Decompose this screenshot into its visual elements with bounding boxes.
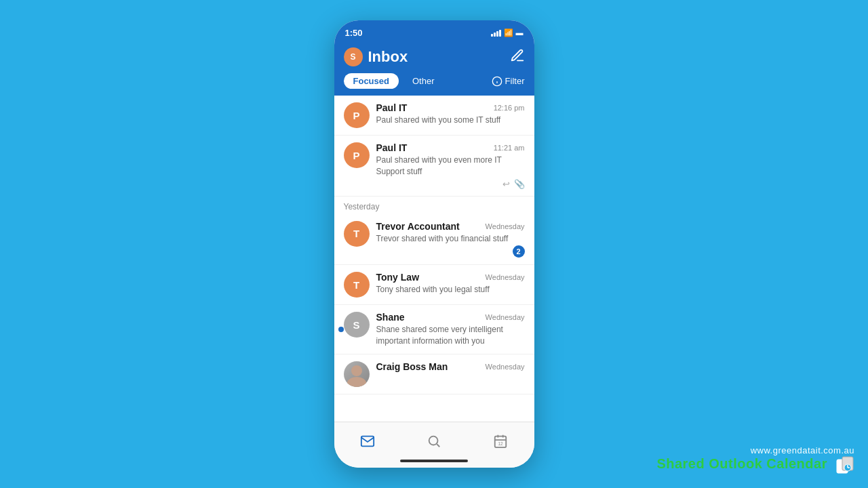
watermark: www.greendatait.com.au Shared Outlook Ca… [656,445,854,474]
email-preview: Shane shared some very intelligent impor… [376,324,525,347]
nav-search[interactable] [427,434,441,449]
phone-container: 1:50 📶 ▬ S Inbox [334,20,534,468]
watermark-url: www.greendatait.com.au [656,445,854,455]
email-badge: 2 [513,245,525,258]
reply-icon: ↩ [502,179,510,189]
email-sender: Trevor Accountant [376,221,460,232]
wifi-icon: 📶 [504,28,513,37]
battery-icon: ▬ [516,28,524,37]
signal-icon [491,28,501,37]
email-content: Shane Wednesday Shane shared some very i… [376,312,525,347]
avatar: P [344,142,370,168]
email-time: Wednesday [486,363,525,371]
email-sender: Shane [376,312,405,323]
email-item[interactable]: S Shane Wednesday Shane shared some very… [334,305,534,354]
email-list: P Paul IT 12:16 pm Paul shared with you … [334,96,534,422]
avatar: S [344,312,370,338]
email-time: 12:16 pm [494,104,525,112]
email-item[interactable]: P Paul IT 11:21 am Paul shared with you … [334,136,534,197]
email-preview: Paul shared with you some IT stuff [376,115,525,126]
email-header-row: Tony Law Wednesday [376,272,525,283]
status-time: 1:50 [345,28,363,38]
svg-point-3 [351,365,362,376]
email-sender: Craig Boss Man [376,361,448,372]
filter-button[interactable]: Filter [492,76,525,87]
avatar: T [344,221,370,247]
email-time: Wednesday [486,313,525,321]
email-footer-row: 2 [376,245,525,258]
email-header-row: Paul IT 11:21 am [376,142,525,153]
avatar: T [344,272,370,298]
page-title: Inbox [368,48,408,66]
status-icons: 📶 ▬ [491,28,524,37]
svg-point-5 [429,436,438,445]
compose-icon[interactable] [510,48,525,66]
email-sender: Tony Law [376,272,420,283]
watermark-icon [835,455,854,474]
inbox-header: S Inbox [334,42,534,73]
email-time: Wednesday [486,273,525,281]
attachment-icon: 📎 [514,179,525,189]
email-time: Wednesday [486,222,525,230]
tab-other[interactable]: Other [403,73,444,89]
email-item[interactable]: Craig Boss Man Wednesday [334,354,534,394]
email-preview: Tony shared with you legal stuff [376,284,525,296]
status-bar: 1:50 📶 ▬ [334,20,534,42]
email-item[interactable]: P Paul IT 12:16 pm Paul shared with you … [334,96,534,136]
nav-mail[interactable] [360,434,375,449]
tab-focused[interactable]: Focused [344,73,399,89]
filter-label: Filter [505,76,525,86]
watermark-title: Shared Outlook Calendar [656,455,854,474]
svg-line-6 [437,444,439,447]
email-sender: Paul IT [376,142,408,153]
user-avatar[interactable]: S [344,47,363,66]
email-header-row: Trevor Accountant Wednesday [376,221,525,232]
filter-bar: Focused Other Filter [334,73,534,96]
email-item[interactable]: T Tony Law Wednesday Tony shared with yo… [334,265,534,305]
avatar: P [344,102,370,128]
bottom-nav: 12 [334,422,534,457]
email-header-row: Paul IT 12:16 pm [376,102,525,113]
craig-avatar [344,361,370,387]
email-item[interactable]: T Trevor Accountant Wednesday Trevor sha… [334,214,534,266]
email-content: Tony Law Wednesday Tony shared with you … [376,272,525,296]
email-time: 11:21 am [494,144,525,152]
svg-text:12: 12 [498,441,504,446]
svg-point-4 [347,377,366,387]
email-content: Paul IT 12:16 pm Paul shared with you so… [376,102,525,126]
email-content: Craig Boss Man Wednesday [376,361,525,373]
email-preview: Paul shared with you even more IT Suppor… [376,155,525,178]
email-content: Trevor Accountant Wednesday Trevor share… [376,221,525,258]
email-header-row: Craig Boss Man Wednesday [376,361,525,372]
email-sender: Paul IT [376,102,408,113]
tabs: Focused Other [344,73,444,89]
home-indicator [334,457,534,468]
email-preview: Trevor shared with you financial stuff [376,233,525,245]
header-left: S Inbox [344,47,408,66]
email-content: Paul IT 11:21 am Paul shared with you ev… [376,142,525,189]
email-footer-row: ↩ 📎 [376,179,525,189]
email-header-row: Shane Wednesday [376,312,525,323]
nav-calendar[interactable]: 12 [493,434,508,449]
home-bar [400,460,468,462]
section-label-yesterday: Yesterday [334,197,534,214]
